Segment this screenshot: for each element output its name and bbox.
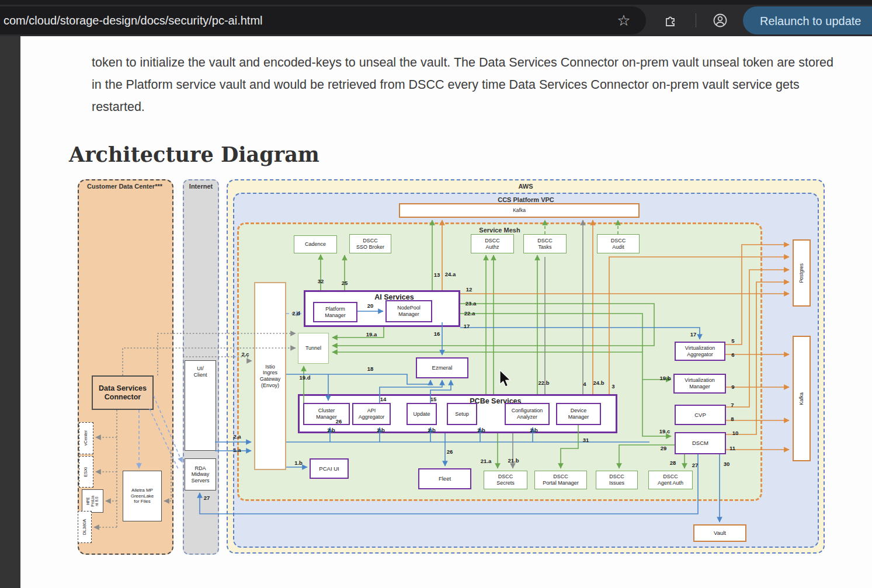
edge-label-7: 7 xyxy=(731,402,734,408)
connector xyxy=(183,357,252,361)
edge-label-9: 9 xyxy=(731,384,734,390)
edge-label-27: 27 xyxy=(692,462,699,468)
edge-label-2.b: 2.b xyxy=(377,427,385,433)
connector xyxy=(726,282,789,434)
edge-label-22.b: 22.b xyxy=(538,380,549,386)
edge-label-14: 14 xyxy=(380,396,387,402)
edge-label-12: 12 xyxy=(466,286,473,293)
edge-label-8: 8 xyxy=(731,416,734,422)
connector xyxy=(123,348,296,375)
edge-label-19.d: 19.d xyxy=(299,374,310,381)
edge-label-5: 5 xyxy=(731,338,734,344)
edge-label-27: 27 xyxy=(204,495,210,501)
edge-label-19.b: 19.b xyxy=(659,375,670,381)
edge-label-10: 10 xyxy=(732,430,739,436)
edge-label-23.a: 23.a xyxy=(465,300,477,307)
connector xyxy=(561,425,578,468)
edge-label-2.c: 2.c xyxy=(241,351,249,357)
connector xyxy=(460,314,671,436)
edge-label-13: 13 xyxy=(434,272,440,278)
edge-label-24.a: 24.a xyxy=(445,271,456,277)
edge-label-24.b: 24.b xyxy=(593,380,604,386)
connector xyxy=(609,257,789,394)
edge-label-2.d: 2.d xyxy=(292,310,300,316)
edge-label-26: 26 xyxy=(447,448,453,455)
architecture-diagram: Customer Data Center***InternetAWSCCS Pl… xyxy=(0,0,872,588)
edge-label-11: 11 xyxy=(729,445,735,451)
edge-label-21.a: 21.a xyxy=(481,458,492,464)
edge-label-2.b: 2.b xyxy=(428,427,436,433)
edge-label-17: 17 xyxy=(464,323,470,329)
connector xyxy=(164,450,171,501)
edge-label-6: 6 xyxy=(731,352,734,358)
edge-label-28: 28 xyxy=(670,460,676,466)
connector xyxy=(158,333,296,375)
edge-label-16: 16 xyxy=(434,330,440,337)
edge-label-3: 3 xyxy=(612,383,614,389)
edge-label-26: 26 xyxy=(336,418,342,425)
connector xyxy=(200,454,698,514)
connector-lines xyxy=(0,0,872,588)
connector xyxy=(154,396,182,462)
edge-label-17: 17 xyxy=(690,331,697,338)
edge-label-22.a: 22.a xyxy=(464,310,475,316)
connector xyxy=(725,245,789,345)
connector xyxy=(150,409,178,469)
edge-label-2.b: 2.b xyxy=(327,427,335,433)
edge-label-19.c: 19.c xyxy=(659,428,670,434)
edge-label-1.a: 1.a xyxy=(233,447,241,453)
edge-label-21.b: 21.b xyxy=(508,457,519,464)
edge-label-31: 31 xyxy=(583,437,589,443)
edge-label-29: 29 xyxy=(661,445,667,451)
edge-label-2.a: 2.a xyxy=(233,433,241,440)
edge-label-2.b: 2.b xyxy=(530,427,538,433)
edge-label-18: 18 xyxy=(367,366,374,372)
edge-label-4: 4 xyxy=(583,381,586,387)
edge-label-30: 30 xyxy=(724,461,730,467)
edge-label-32: 32 xyxy=(318,278,324,284)
edge-label-20: 20 xyxy=(367,302,374,309)
edge-label-15: 15 xyxy=(430,396,437,402)
connector xyxy=(460,328,700,339)
connector xyxy=(726,270,789,407)
edge-label-25: 25 xyxy=(342,280,348,286)
edge-label-19.a: 19.a xyxy=(366,331,377,338)
mouse-cursor xyxy=(500,370,510,387)
edge-label-2.b: 2.b xyxy=(477,427,485,433)
edge-label-1.b: 1.b xyxy=(294,460,303,466)
